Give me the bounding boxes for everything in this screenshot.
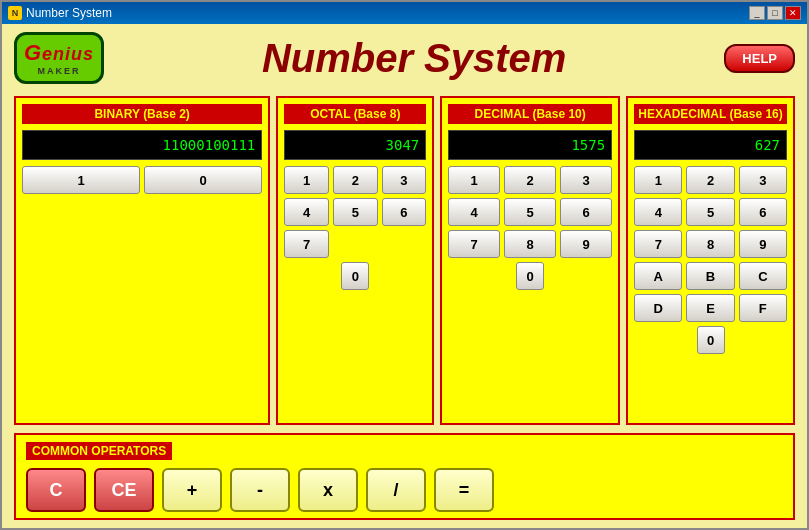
close-button[interactable]: ✕ [785,6,801,20]
hex-btn-4[interactable]: 4 [634,198,682,226]
octal-btn-1[interactable]: 1 [284,166,329,194]
add-button[interactable]: + [162,468,222,512]
hex-panel: HEXADECIMAL (Base 16) 627 1 2 3 4 5 6 7 … [626,96,795,425]
hex-btn-2[interactable]: 2 [686,166,734,194]
decimal-btn-2[interactable]: 2 [504,166,556,194]
octal-btn-5[interactable]: 5 [333,198,378,226]
hex-panel-header: HEXADECIMAL (Base 16) [634,104,787,124]
panels-row: BINARY (Base 2) 11000100111 1 0 OCTAL (B… [14,96,795,425]
hex-display: 627 [634,130,787,160]
divide-button[interactable]: / [366,468,426,512]
binary-btn-0[interactable]: 0 [144,166,262,194]
content-area: Genius MAKER Number System HELP BINARY (… [2,24,807,528]
decimal-btn-8[interactable]: 8 [504,230,556,258]
hex-btn-5[interactable]: 5 [686,198,734,226]
app-title: Number System [104,36,724,81]
octal-panel-header: OCTAL (Base 8) [284,104,426,124]
operators-header: COMMON OPERATORS [26,442,172,460]
octal-btn-7[interactable]: 7 [284,230,329,258]
decimal-panel-header: DECIMAL (Base 10) [448,104,612,124]
decimal-display: 1575 [448,130,612,160]
hex-btn-1[interactable]: 1 [634,166,682,194]
clear-entry-button[interactable]: CE [94,468,154,512]
logo-maker-text: MAKER [38,66,81,76]
title-bar: N Number System _ □ ✕ [2,2,807,24]
operators-row: C CE + - x / = [26,468,783,512]
decimal-btn-6[interactable]: 6 [560,198,612,226]
hex-buttons: 1 2 3 4 5 6 7 8 9 A B C D E F 0 [634,166,787,354]
octal-btn-3[interactable]: 3 [382,166,427,194]
binary-buttons: 1 0 [22,166,262,194]
hex-btn-7[interactable]: 7 [634,230,682,258]
hex-btn-0[interactable]: 0 [697,326,725,354]
help-button[interactable]: HELP [724,44,795,73]
window-icon: N [8,6,22,20]
hex-btn-c[interactable]: C [739,262,787,290]
logo-genius-text: Genius [24,40,94,66]
minimize-button[interactable]: _ [749,6,765,20]
decimal-btn-7[interactable]: 7 [448,230,500,258]
hex-btn-9[interactable]: 9 [739,230,787,258]
octal-btn-0[interactable]: 0 [341,262,369,290]
hex-btn-a[interactable]: A [634,262,682,290]
decimal-btn-5[interactable]: 5 [504,198,556,226]
octal-btn-6[interactable]: 6 [382,198,427,226]
octal-display: 3047 [284,130,426,160]
binary-btn-1[interactable]: 1 [22,166,140,194]
octal-panel: OCTAL (Base 8) 3047 1 2 3 4 5 6 7 0 [276,96,434,425]
equals-button[interactable]: = [434,468,494,512]
main-window: N Number System _ □ ✕ Genius MAKER Numbe… [0,0,809,530]
clear-button[interactable]: C [26,468,86,512]
genius-logo: Genius MAKER [14,32,104,84]
hex-btn-b[interactable]: B [686,262,734,290]
hex-btn-3[interactable]: 3 [739,166,787,194]
window-title: Number System [26,6,112,20]
title-controls: _ □ ✕ [749,6,801,20]
hex-btn-6[interactable]: 6 [739,198,787,226]
decimal-buttons: 1 2 3 4 5 6 7 8 9 0 [448,166,612,290]
octal-btn-2[interactable]: 2 [333,166,378,194]
hex-btn-e[interactable]: E [686,294,734,322]
multiply-button[interactable]: x [298,468,358,512]
decimal-btn-0[interactable]: 0 [516,262,544,290]
decimal-btn-9[interactable]: 9 [560,230,612,258]
decimal-btn-3[interactable]: 3 [560,166,612,194]
decimal-panel: DECIMAL (Base 10) 1575 1 2 3 4 5 6 7 8 9… [440,96,620,425]
octal-btn-4[interactable]: 4 [284,198,329,226]
app-header: Genius MAKER Number System HELP [14,32,795,84]
subtract-button[interactable]: - [230,468,290,512]
decimal-btn-4[interactable]: 4 [448,198,500,226]
binary-panel-header: BINARY (Base 2) [22,104,262,124]
binary-panel: BINARY (Base 2) 11000100111 1 0 [14,96,270,425]
hex-btn-f[interactable]: F [739,294,787,322]
decimal-btn-1[interactable]: 1 [448,166,500,194]
octal-buttons: 1 2 3 4 5 6 7 0 [284,166,426,290]
hex-btn-d[interactable]: D [634,294,682,322]
binary-display: 11000100111 [22,130,262,160]
operators-section: COMMON OPERATORS C CE + - x / = [14,433,795,520]
title-bar-left: N Number System [8,6,112,20]
hex-btn-8[interactable]: 8 [686,230,734,258]
maximize-button[interactable]: □ [767,6,783,20]
